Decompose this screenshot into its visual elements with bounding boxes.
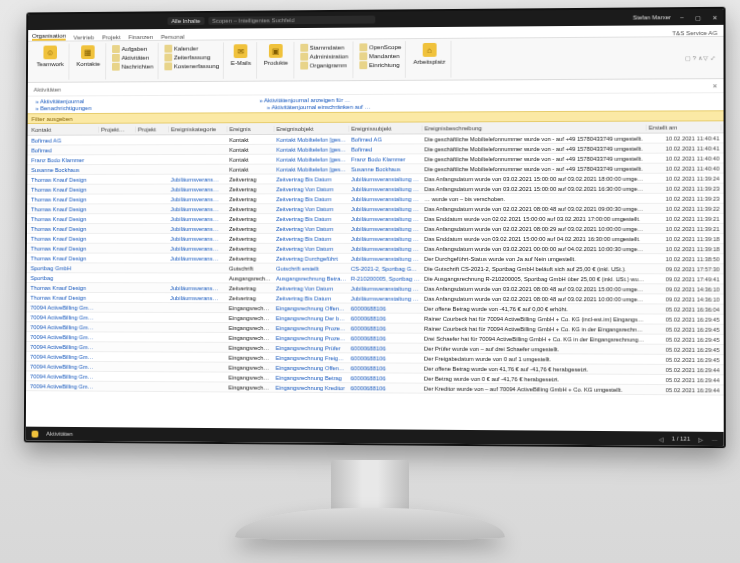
mandant-button[interactable]: Mandanten <box>358 51 402 60</box>
cell-ereignisobjekt[interactable]: Kontakt Mobiltelefon [geschäft… <box>274 146 349 152</box>
pager-next-icon[interactable]: ▷ <box>698 435 703 442</box>
tab-vertrieb[interactable]: Vertrieb <box>74 33 95 40</box>
tab-organisation[interactable]: Organisation <box>32 32 66 41</box>
pager-prev-icon[interactable]: ◁ <box>658 435 663 442</box>
cell-kontakt[interactable]: Thomas Knauf Design <box>29 186 99 192</box>
col-ereignisobjekt[interactable]: Ereignisobjekt <box>275 125 350 131</box>
cell-ereignisobjekt[interactable]: Eingangsrechnung Offener Bet… <box>274 305 349 311</box>
link-journal[interactable]: » Aktivitätenjournal <box>35 98 84 104</box>
tab-projekt[interactable]: Projekt <box>102 33 121 40</box>
tab-finanzen[interactable]: Finanzen <box>128 33 153 40</box>
cell-ereignisobjekt[interactable]: Zeitvertrag Bis Datum <box>274 196 349 202</box>
col-erstellt-am[interactable]: Erstellt am <box>647 124 722 130</box>
cell-ereignisobjekt[interactable]: Zeitvertrag Von Datum <box>274 206 349 212</box>
cell-ereignissubjekt[interactable]: Jubiläumsveranstaltung – 25 J… <box>349 255 422 261</box>
cell-ereignisobjekt[interactable]: Eingangsrechnung Der bereit… <box>274 315 349 321</box>
table-row[interactable]: Thomas Knauf DesignJubiläumsverans…Zeitv… <box>27 214 724 224</box>
cell-kontakt[interactable]: Susanne Bockhaus <box>29 167 99 173</box>
cell-ereignissubjekt[interactable]: Jubiläumsveranstaltung – 25 J… <box>349 206 422 212</box>
zeiterfassung-button[interactable]: Zeiterfassung <box>163 52 220 61</box>
cell-ereignisobjekt[interactable]: Zeitvertrag Von Datum <box>274 245 349 251</box>
cell-kontakt[interactable]: 70094 ActiveBilling Gm… <box>28 343 98 349</box>
cell-kontakt[interactable]: Thomas Knauf Design <box>29 196 99 202</box>
cell-ereignissubjekt[interactable]: Bofimed AG <box>349 136 422 142</box>
cell-kontakt[interactable]: Thomas Knauf Design <box>29 284 99 290</box>
aufgaben-button[interactable]: Aufgaben <box>111 44 155 53</box>
cell-ereignissubjekt[interactable]: R-210200005, Sportbag GmbH <box>349 275 422 281</box>
link-notifications[interactable]: » Benachrichtigungen <box>35 105 91 111</box>
cell-ereignissubjekt[interactable]: Jubiläumsveranstaltung – 25 J… <box>349 235 422 241</box>
cell-ereignissubjekt[interactable]: 60000688106 <box>349 375 422 381</box>
cell-kontakt[interactable]: 70094 ActiveBilling Gm… <box>28 314 98 320</box>
search-scope-dropdown[interactable]: Alle Inhalte <box>168 17 205 25</box>
cell-kontakt[interactable]: 70094 ActiveBilling Gm… <box>28 324 98 330</box>
cell-ereigniskategorie[interactable]: Jubiläumsverans… <box>169 206 228 212</box>
window-maximize-icon[interactable]: ▢ <box>693 13 703 20</box>
kontakte-button[interactable]: ▦ Kontakte <box>74 44 102 68</box>
cell-kontakt[interactable]: Thomas Knauf Design <box>29 176 99 182</box>
cell-ereignissubjekt[interactable]: 60000688106 <box>349 305 422 311</box>
cell-kontakt[interactable]: Thomas Knauf Design <box>29 216 99 222</box>
cell-kontakt[interactable]: 70094 ActiveBilling Gm… <box>28 304 98 310</box>
cell-ereignisobjekt[interactable]: Zeitvertrag Bis Datum <box>274 176 349 182</box>
cell-ereignissubjekt[interactable]: Jubiläumsveranstaltung – 25 J… <box>349 186 422 192</box>
cell-ereignisobjekt[interactable]: Zeitvertrag Bis Datum <box>274 235 349 241</box>
cell-ereigniskategorie[interactable]: Jubiläumsverans… <box>169 176 228 182</box>
cell-ereignisobjekt[interactable]: Kontakt Mobiltelefon [geschäft… <box>274 156 349 162</box>
cell-kontakt[interactable]: Sportbag <box>29 275 99 281</box>
cell-ereignissubjekt[interactable]: CS-2021-2, Sportbag GmbH <box>349 265 422 271</box>
table-row[interactable]: Thomas Knauf DesignJubiläumsverans…Zeitv… <box>27 234 724 244</box>
cell-ereigniskategorie[interactable]: Jubiläumsverans… <box>168 285 227 291</box>
close-panel-icon[interactable]: ✕ <box>712 82 717 89</box>
cell-kontakt[interactable]: Thomas Knauf Design <box>29 226 99 232</box>
cell-kontakt[interactable]: 70094 ActiveBilling Gm… <box>28 334 98 340</box>
arbeitsplatz-button[interactable]: ⌂ Arbeitsplatz <box>411 42 447 66</box>
cell-ereignisobjekt[interactable]: Eingangsrechnung Offener Bet… <box>274 364 349 370</box>
cell-ereignisobjekt[interactable]: Eingangsrechnung Betrag <box>274 374 349 380</box>
cell-kontakt[interactable]: Franz Bodo Klammer <box>29 157 99 163</box>
cell-kontakt[interactable]: Thomas Knauf Design <box>29 245 99 251</box>
cell-kontakt[interactable]: 70094 ActiveBilling Gm… <box>28 383 98 389</box>
einrichtung-button[interactable]: Einrichtung <box>358 60 402 69</box>
cell-ereignisobjekt[interactable]: Zeitvertrag Bis Datum <box>274 216 349 222</box>
cell-ereigniskategorie[interactable]: Jubiläumsverans… <box>168 295 227 301</box>
cell-ereignissubjekt[interactable]: Jubiläumsveranstaltung – 25 J… <box>349 216 422 222</box>
col-kontakt[interactable]: Kontakt <box>30 126 100 132</box>
cell-ereignisobjekt[interactable]: Eingangsrechnung Prozess ge… <box>274 335 349 341</box>
cell-ereigniskategorie[interactable]: Jubiläumsverans… <box>169 216 228 222</box>
cell-ereignisobjekt[interactable]: Kontakt Mobiltelefon [geschäft… <box>274 166 349 172</box>
administration-button[interactable]: Administration <box>299 51 349 60</box>
cell-ereignissubjekt[interactable]: Jubiläumsveranstaltung – 25 J… <box>349 295 422 301</box>
cell-ereigniskategorie[interactable]: Jubiläumsverans… <box>169 186 228 192</box>
link-journal-restrict[interactable]: » Aktivitätenjournal einschränken auf … <box>267 104 371 110</box>
cell-ereignissubjekt[interactable]: Bofimed <box>349 146 422 152</box>
cell-kontakt[interactable]: 70094 ActiveBilling Gm… <box>28 363 98 369</box>
cell-ereignissubjekt[interactable]: Franz Bodo Klammer <box>349 156 422 162</box>
emails-button[interactable]: ✉ E-Mails <box>229 43 253 67</box>
nachrichten-button[interactable]: Nachrichten <box>111 62 155 71</box>
col-ereigniskategorie[interactable]: Ereigniskategorie <box>169 126 228 132</box>
cell-kontakt[interactable]: Bofimed AG <box>29 137 99 143</box>
cell-ereignissubjekt[interactable]: Susanne Bockhaus <box>349 166 422 172</box>
cell-ereignisobjekt[interactable]: Zeitvertrag Von Datum <box>274 285 349 291</box>
company-label[interactable]: T&S Service AG <box>672 29 723 36</box>
openscope-button[interactable]: OpenScope <box>358 42 402 51</box>
produkte-button[interactable]: ▣ Produkte <box>262 43 290 67</box>
window-minimize-icon[interactable]: – <box>677 14 687 20</box>
kostenerfassung-button[interactable]: Kostenerfassung <box>163 61 220 70</box>
cell-ereignissubjekt[interactable]: Jubiläumsveranstaltung – 25 J… <box>349 285 422 291</box>
cell-ereigniskategorie[interactable]: Jubiläumsverans… <box>168 245 227 251</box>
col-projekt[interactable]: Projekt <box>136 126 169 132</box>
col-ereignis[interactable]: Ereignis <box>227 126 274 132</box>
cell-ereignisobjekt[interactable]: Zeitvertrag Bis Datum <box>274 295 349 301</box>
cell-ereignissubjekt[interactable]: 60000688106 <box>349 335 422 341</box>
user-label[interactable]: Stefan Marxer <box>633 14 671 20</box>
cell-ereignisobjekt[interactable]: Zeitvertrag Von Datum <box>274 226 349 232</box>
cell-ereignissubjekt[interactable]: 60000688106 <box>349 325 422 331</box>
cell-ereignisobjekt[interactable]: Eingangsrechnung Freigabeda… <box>274 354 349 360</box>
cell-ereigniskategorie[interactable]: Jubiläumsverans… <box>169 196 228 202</box>
cell-kontakt[interactable]: 70094 ActiveBilling Gm… <box>28 373 98 379</box>
window-close-icon[interactable]: ✕ <box>709 13 719 20</box>
cell-kontakt[interactable]: Sportbag GmbH <box>29 265 99 271</box>
cell-ereignissubjekt[interactable]: 60000688106 <box>349 365 422 371</box>
